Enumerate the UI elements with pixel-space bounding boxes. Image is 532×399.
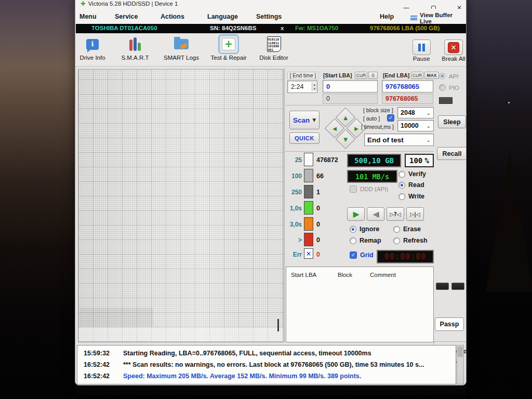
ddd-api-checkbox[interactable]: DDD (API) [350,185,388,193]
write-label: Write [408,193,424,200]
timeout-value: 10000 [401,122,419,129]
scan-block-map[interactable] [78,69,284,342]
percent-display: 100 % [405,154,434,167]
menu-item-help[interactable]: Help [380,13,394,20]
menu-item-settings[interactable]: Settings [256,13,282,20]
err-x-icon: ✕ [304,248,313,259]
step-button[interactable]: ▷|◁ [406,207,424,221]
arrow-down-icon: ▼ [339,133,352,146]
desktop-wallpaper-left [0,0,75,399]
defect-table[interactable]: Start LBA Block Comment [286,267,434,342]
hist-box-3s [304,217,313,231]
menu-item-language[interactable]: Language [207,13,238,20]
passp-button[interactable]: Passp [435,317,464,331]
start-lba-cur-button[interactable]: CUR [355,72,367,79]
timeout-label: [ timeout,ms ] [361,124,394,130]
test-repair-label: Test & Repair [210,55,246,61]
smart-label: S.M.A.R.T [121,55,149,61]
passp-label: Passp [440,321,459,328]
grid-label: Grid [360,251,374,259]
log-time: 16:52:42 [84,361,110,368]
end-time-spinner[interactable]: ▴▾ [312,83,317,91]
chevron-down-icon: ⌄ [427,123,431,129]
block-size-value: 2048 [401,109,415,116]
menu-item-actions[interactable]: Actions [161,13,184,20]
quick-button[interactable]: QUICK [289,132,320,144]
speed-display-value: 101 MB/s [355,172,389,181]
mode-read-radio[interactable]: Read [398,181,424,189]
hist-label-1s: 1,0s [283,205,302,212]
pio-radio-icon [439,84,446,91]
start-lba-input[interactable]: 0 [323,80,378,92]
end-lba-max-button[interactable]: MAX [424,72,439,79]
smart-button[interactable]: S.M.A.R.T [118,34,152,61]
drive-info-label: Drive Info [79,55,105,61]
end-lba-input[interactable]: 976768065 [382,80,433,92]
log-time: 15:59:32 [84,350,110,357]
action-remap-radio[interactable]: Remap [350,237,381,244]
step-icon: ▷|◁ [410,211,420,217]
block-size-select[interactable]: 2048 ⌄ [397,107,434,118]
log-scrollbar[interactable] [457,345,464,384]
seek-question-button[interactable]: ▷?◁ [387,207,404,221]
erase-label: Erase [403,225,421,233]
log-panel[interactable]: 15:59:32 Starting Reading, LBA=0..976768… [77,345,456,384]
drive-capacity: 976768066 LBA (500 GB) [370,25,440,31]
end-of-test-value: End of test [367,136,404,144]
remap-radio-icon [350,237,356,244]
back-icon: ◀ [373,210,379,218]
action-ignore-radio[interactable]: Ignore [350,225,379,233]
break-all-button[interactable]: ✕ Break All [440,39,467,62]
spinner-up-icon[interactable]: ▴ [312,83,317,87]
drive-info-icon: i [86,39,99,50]
disk-editor-button[interactable]: 010110110011101000001 Disk Editor [255,34,292,61]
activity-indicator [439,97,453,104]
api-radio[interactable]: API [439,73,459,79]
percent-unit: % [425,156,429,165]
spinner-down-icon[interactable]: ▾ [312,87,317,91]
hist-label-250: 250 [283,189,302,196]
end-lba-cur-button[interactable]: CUR [411,72,423,79]
pio-radio[interactable]: PIO [439,84,459,91]
window-title: ✚Victoria 5.28 HDD/SSD | Device 1 [81,0,178,7]
title-bar[interactable]: ✚Victoria 5.28 HDD/SSD | Device 1 — ✕ [75,0,467,9]
menu-item-menu[interactable]: Menu [79,13,97,20]
wallpaper-light-dot [508,102,510,103]
wallpaper-castle-tower [486,152,532,292]
hist-box-gt [304,233,313,246]
view-buffer-live-button[interactable]: View Buffer Live [410,12,466,24]
smart-logs-label: SMART Logs [164,55,199,61]
action-refresh-radio[interactable]: Refresh [393,237,428,244]
start-lba-zero-button[interactable]: 0 [368,72,378,79]
screen: ✚Victoria 5.28 HDD/SSD | Device 1 — ✕ Me… [0,0,532,399]
end-of-test-select[interactable]: End of test ⌄ [364,134,434,146]
end-time-stepper[interactable]: 2:24 ▴▾ [287,81,317,93]
mode-verify-radio[interactable]: Verify [398,170,426,178]
pause-label: Pause [413,56,430,62]
hist-count-250: 1 [316,189,320,196]
test-repair-button[interactable]: + Test & Repair [205,34,252,61]
grid-checkbox[interactable]: ✓ Grid [350,251,374,259]
hist-label-err: Err [283,251,302,258]
smart-logs-button[interactable]: SMART Logs [159,34,203,61]
auto-checkbox[interactable]: ✓ [387,114,394,122]
log-row: 15:59:32 Starting Reading, LBA=0..976768… [77,350,456,361]
pause-button[interactable]: Pause [408,39,435,62]
drive-info-button[interactable]: i Drive Info [76,34,109,61]
victoria-window: ✚Victoria 5.28 HDD/SSD | Device 1 — ✕ Me… [75,0,467,385]
mode-write-radio[interactable]: Write [398,193,424,200]
device-tab-close[interactable]: x [281,25,284,31]
timeout-select[interactable]: 10000 ⌄ [397,120,434,131]
play-back-button[interactable]: ◀ [367,207,384,221]
menu-item-service[interactable]: Service [115,13,138,20]
scan-button[interactable]: Scan ▼ [289,111,320,129]
sleep-button[interactable]: Sleep [438,115,466,128]
recall-button[interactable]: Recall [437,147,467,160]
victoria-app-icon: ✚ [81,0,86,7]
log-scrollbar-thumb[interactable] [458,347,463,357]
ignore-label: Ignore [360,225,379,233]
hist-count-err: 0 [316,251,320,258]
action-erase-radio[interactable]: Erase [393,225,421,233]
drive-model: TOSHIBA DT01ACA050 [91,25,157,31]
play-forward-button[interactable]: ▶ [347,207,365,221]
